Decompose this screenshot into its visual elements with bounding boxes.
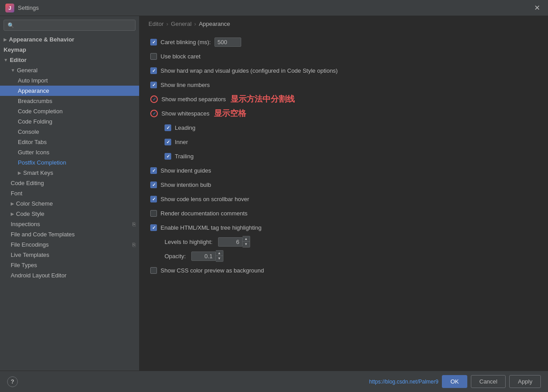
sidebar-item-live-templates[interactable]: Live Templates: [0, 250, 139, 260]
breadcrumb-current: Appearance: [199, 21, 230, 27]
sidebar-item-file-types[interactable]: File Types: [0, 260, 139, 270]
render-documentation-label: Render documentation comments: [161, 210, 247, 217]
sidebar-item-label: File and Code Templates: [11, 231, 75, 238]
show-whitespace-annotation: 显示空格: [214, 108, 246, 119]
sidebar-item-editor-tabs[interactable]: Editor Tabs: [0, 137, 139, 147]
opacity-spinner[interactable]: ▲ ▼: [191, 250, 223, 262]
show-method-separators-cb[interactable]: [150, 95, 158, 103]
sidebar-item-keymap[interactable]: Keymap: [0, 45, 139, 55]
sidebar-item-gutter-icons[interactable]: Gutter Icons: [0, 147, 139, 157]
close-button[interactable]: ✕: [532, 3, 543, 13]
sidebar: 🔍 ▶Appearance & BehaviorKeymap▼Editor▼Ge…: [0, 16, 140, 371]
sidebar-item-label: Code Style: [16, 210, 45, 217]
sidebar-item-auto-import[interactable]: Auto Import: [0, 75, 139, 86]
spinner-buttons-opacity: ▲ ▼: [216, 250, 223, 262]
sidebar-item-code-style[interactable]: ▶Code Style: [0, 209, 139, 219]
sidebar-item-console[interactable]: Console: [0, 127, 139, 137]
show-line-numbers-checkbox[interactable]: Show line numbers: [150, 82, 210, 88]
breadcrumb-sep1: ›: [166, 21, 168, 27]
sidebar-item-file-encodings[interactable]: File Encodings⎘: [0, 239, 139, 250]
show-indent-guides-cb[interactable]: [150, 167, 157, 174]
show-intention-bulb-cb[interactable]: [150, 182, 157, 188]
render-documentation-cb[interactable]: [150, 210, 157, 217]
render-documentation-row: Render documentation comments: [150, 207, 537, 219]
trailing-cb[interactable]: [165, 153, 171, 160]
sidebar-item-android-layout[interactable]: Android Layout Editor: [0, 270, 139, 281]
show-hard-wrap-checkbox[interactable]: Show hard wrap and visual guides (config…: [150, 67, 338, 74]
show-hard-wrap-cb[interactable]: [150, 67, 157, 74]
levels-highlight-input[interactable]: [218, 237, 243, 247]
leading-checkbox[interactable]: Leading: [165, 124, 195, 131]
show-intention-bulb-label: Show intention bulb: [161, 182, 211, 188]
cancel-button[interactable]: Cancel: [471, 375, 506, 388]
show-code-lens-label: Show code lens on scrollbar hover: [161, 196, 249, 202]
sidebar-item-postfix-completion[interactable]: Postfix Completion: [0, 157, 139, 168]
show-method-annotation: 显示方法中分割线: [231, 94, 295, 104]
ok-button[interactable]: OK: [442, 375, 467, 388]
sidebar-item-color-scheme[interactable]: ▶Color Scheme: [0, 198, 139, 209]
sidebar-item-code-folding[interactable]: Code Folding: [0, 116, 139, 127]
leading-row: Leading: [150, 122, 537, 133]
sidebar-item-label: Inspections: [11, 221, 40, 227]
use-block-caret-cb[interactable]: [150, 53, 157, 60]
sidebar-item-file-code-templates[interactable]: File and Code Templates: [0, 229, 139, 239]
sidebar-item-appearance-behavior[interactable]: ▶Appearance & Behavior: [0, 34, 139, 45]
arrow-icon: ▼: [4, 58, 8, 62]
sidebar-item-label: Code Folding: [18, 118, 52, 125]
sidebar-item-code-completion[interactable]: Code Completion: [0, 106, 139, 116]
use-block-caret-label: Use block caret: [161, 53, 201, 60]
show-whitespaces-cb[interactable]: [150, 110, 158, 117]
enable-html-xml-checkbox[interactable]: Enable HTML/XML tag tree highlighting: [150, 224, 261, 231]
sidebar-item-breadcrumbs[interactable]: Breadcrumbs: [0, 96, 139, 106]
search-input[interactable]: [16, 22, 132, 29]
show-code-lens-row: Show code lens on scrollbar hover: [150, 193, 537, 205]
sidebar-item-code-editing[interactable]: Code Editing: [0, 178, 139, 188]
show-indent-guides-label: Show indent guides: [161, 167, 211, 174]
trailing-checkbox[interactable]: Trailing: [165, 153, 194, 160]
opacity-input[interactable]: [191, 252, 216, 261]
enable-html-xml-cb[interactable]: [150, 224, 157, 231]
use-block-caret-checkbox[interactable]: Use block caret: [150, 53, 201, 60]
sidebar-item-font[interactable]: Font: [0, 188, 139, 198]
show-code-lens-cb[interactable]: [150, 196, 157, 202]
show-method-separators-checkbox[interactable]: Show method separators: [150, 95, 226, 103]
show-indent-guides-checkbox[interactable]: Show indent guides: [150, 167, 211, 174]
opacity-decrement-btn[interactable]: ▼: [216, 256, 223, 261]
sidebar-item-general[interactable]: ▼General: [0, 65, 139, 75]
show-whitespaces-checkbox[interactable]: Show whitespaces: [150, 110, 210, 117]
render-documentation-checkbox[interactable]: Render documentation comments: [150, 210, 247, 217]
arrow-icon: ▼: [11, 68, 15, 73]
leading-cb[interactable]: [165, 124, 171, 131]
sidebar-item-inspections[interactable]: Inspections⎘: [0, 219, 139, 229]
caret-blinking-input[interactable]: [214, 37, 241, 47]
sidebar-item-appearance[interactable]: Appearance: [0, 86, 139, 96]
opacity-increment-btn[interactable]: ▲: [216, 251, 223, 256]
breadcrumb: Editor › General › Appearance: [140, 16, 548, 32]
search-box[interactable]: 🔍: [4, 20, 136, 31]
caret-blinking-checkbox[interactable]: Caret blinking (ms):: [150, 39, 211, 45]
breadcrumb-editor: Editor: [148, 21, 164, 27]
sidebar-item-label: Code Editing: [11, 180, 44, 186]
show-css-preview-label: Show CSS color preview as background: [161, 267, 264, 274]
show-line-numbers-cb[interactable]: [150, 82, 157, 88]
show-intention-bulb-checkbox[interactable]: Show intention bulb: [150, 182, 211, 188]
sidebar-item-label: Appearance: [18, 87, 49, 94]
inner-checkbox[interactable]: Inner: [165, 139, 188, 145]
levels-decrement-btn[interactable]: ▼: [243, 242, 250, 247]
leading-label: Leading: [175, 124, 195, 131]
search-icon: 🔍: [8, 22, 14, 29]
show-code-lens-checkbox[interactable]: Show code lens on scrollbar hover: [150, 196, 249, 202]
levels-increment-btn[interactable]: ▲: [243, 236, 250, 242]
sidebar-item-editor[interactable]: ▼Editor: [0, 55, 139, 65]
app-icon: J: [5, 4, 14, 12]
caret-blinking-cb[interactable]: [150, 39, 157, 45]
arrow-icon: ▶: [11, 201, 14, 206]
help-button[interactable]: ?: [7, 376, 18, 387]
levels-highlight-spinner[interactable]: ▲ ▼: [218, 236, 250, 248]
show-css-preview-checkbox[interactable]: Show CSS color preview as background: [150, 267, 264, 274]
apply-button[interactable]: Apply: [509, 375, 541, 388]
sidebar-item-smart-keys[interactable]: ▶Smart Keys: [0, 168, 139, 178]
inner-cb[interactable]: [165, 139, 171, 145]
sidebar-item-label: Postfix Completion: [18, 159, 66, 166]
show-css-preview-cb[interactable]: [150, 267, 157, 274]
